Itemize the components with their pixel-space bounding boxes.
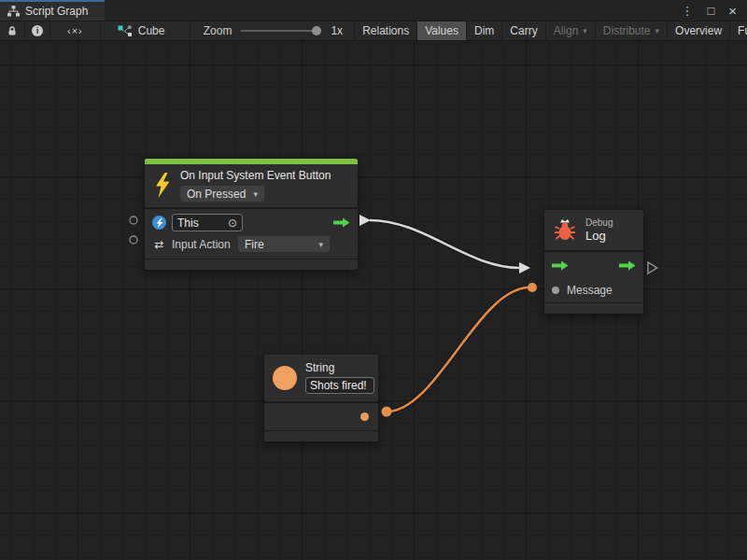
- close-icon[interactable]: ×: [728, 4, 737, 18]
- relations-button[interactable]: Relations: [355, 21, 417, 40]
- graph-owner-icon: [118, 25, 133, 37]
- graph-canvas[interactable]: On Input System Event Button On Pressed …: [0, 41, 747, 560]
- string-type-icon: [273, 366, 297, 390]
- event-node-header: On Input System Event Button On Pressed …: [145, 164, 358, 207]
- align-button[interactable]: Align ▾: [546, 21, 596, 40]
- graph-tab-icon: [7, 6, 20, 17]
- caret-down-icon: ▾: [253, 189, 258, 199]
- node-string-literal[interactable]: String: [264, 355, 378, 441]
- input-action-icon: ⇄: [152, 238, 166, 251]
- input-action-row: ⇄ Input Action Fire ▾: [152, 235, 350, 253]
- graph-owner-button[interactable]: Cube: [101, 21, 190, 40]
- node-footer: [145, 259, 358, 270]
- caret-down-icon: ▾: [655, 26, 660, 35]
- script-graph-window: Script Graph ⋮ □ × i ‹×›: [0, 0, 747, 560]
- maximize-icon[interactable]: □: [707, 5, 714, 17]
- value-wire-end-dot[interactable]: [528, 283, 537, 292]
- node-debug-log[interactable]: Debug Log Message: [544, 210, 643, 314]
- zoom-slider[interactable]: [241, 25, 321, 36]
- message-port-row: Message: [544, 280, 643, 301]
- lock-icon: [7, 25, 18, 36]
- title-bar: Script Graph ⋮ □ ×: [0, 0, 747, 21]
- overview-label: Overview: [675, 24, 722, 37]
- lightning-bolt-icon: [154, 173, 171, 198]
- relations-label: Relations: [362, 24, 409, 37]
- debug-node-header: Debug Log: [544, 210, 643, 250]
- tab-script-graph[interactable]: Script Graph: [0, 0, 105, 21]
- flow-output-port[interactable]: [333, 217, 350, 228]
- input-action-dropdown[interactable]: Fire ▾: [238, 236, 330, 252]
- debug-node-category: Debug: [585, 217, 613, 228]
- values-button[interactable]: Values: [417, 21, 467, 40]
- lock-button[interactable]: [0, 21, 25, 40]
- on-pressed-value: On Pressed: [187, 188, 246, 201]
- tab-title: Script Graph: [25, 5, 88, 18]
- graph-owner-label: Cube: [138, 24, 165, 37]
- info-icon: i: [32, 25, 43, 36]
- value-wire: [387, 287, 529, 412]
- code-icon: ‹×›: [67, 25, 83, 36]
- this-port-row: This ⊙: [152, 214, 350, 231]
- value-wire-shadow: [387, 287, 529, 412]
- string-output-port[interactable]: [360, 413, 369, 421]
- event-node-body: This ⊙ ⇄ Input Action Fire ▾: [145, 209, 358, 259]
- string-node-header: String: [264, 355, 378, 401]
- flow-wire-start-arrow[interactable]: [359, 215, 371, 226]
- input-action-label: Input Action: [172, 238, 231, 251]
- graph-toolbar: i ‹×› Cube Zoom 1x Relations Values Dim …: [0, 21, 747, 41]
- align-label: Align: [554, 24, 579, 37]
- distribute-button[interactable]: Distribute ▾: [596, 21, 668, 40]
- distribute-label: Distribute: [603, 24, 651, 37]
- window-controls: ⋮ □ ×: [681, 0, 747, 21]
- on-pressed-dropdown[interactable]: On Pressed ▾: [180, 186, 264, 202]
- code-view-button[interactable]: ‹×›: [50, 21, 101, 40]
- this-field-value: This: [177, 217, 199, 230]
- carry-label: Carry: [510, 24, 537, 37]
- overview-button[interactable]: Overview: [668, 21, 730, 40]
- flow-input-port[interactable]: [552, 258, 569, 274]
- zoom-label: Zoom: [204, 24, 233, 37]
- caret-down-icon: ▾: [583, 26, 587, 35]
- zoom-value: 1x: [331, 24, 343, 37]
- string-output-row: [264, 403, 378, 430]
- event-node-title: On Input System Event Button: [180, 169, 331, 182]
- node-on-input-system-event-button[interactable]: On Input System Event Button On Pressed …: [145, 159, 358, 270]
- bug-icon: [553, 218, 577, 242]
- node-footer: [264, 430, 378, 441]
- dim-button[interactable]: Dim: [467, 21, 502, 40]
- flow-output-port[interactable]: [619, 258, 636, 274]
- node-footer: [544, 302, 643, 314]
- event-trigger-port[interactable]: [130, 236, 137, 244]
- fullscreen-button[interactable]: Full Screen: [730, 21, 747, 40]
- flow-wire-shadow: [370, 220, 520, 268]
- string-node-title: String: [305, 361, 374, 374]
- debug-flow-out-port[interactable]: [648, 262, 657, 273]
- debug-flow-row: [544, 252, 643, 280]
- input-action-value: Fire: [245, 238, 264, 251]
- string-value-input[interactable]: [305, 377, 374, 394]
- object-picker-icon[interactable]: ⊙: [228, 217, 237, 230]
- fullscreen-label: Full Screen: [738, 24, 747, 37]
- this-field[interactable]: This ⊙: [172, 214, 243, 231]
- message-input-port[interactable]: [552, 287, 559, 294]
- zoom-slider-handle[interactable]: [312, 26, 321, 35]
- values-label: Values: [425, 24, 458, 37]
- flow-wire: [370, 220, 520, 268]
- event-trigger-port[interactable]: [130, 217, 137, 224]
- zoom-slider-track: [241, 30, 321, 32]
- flow-wire-end-arrow[interactable]: [519, 262, 530, 273]
- menu-kebab-icon[interactable]: ⋮: [681, 5, 693, 17]
- message-label: Message: [567, 284, 613, 297]
- zoom-control: Zoom 1x: [190, 21, 355, 40]
- gameobject-target-icon: [152, 216, 166, 230]
- value-wire-start-dot[interactable]: [382, 407, 392, 417]
- debug-node-title: Log: [585, 229, 613, 243]
- carry-button[interactable]: Carry: [502, 21, 545, 40]
- inspector-button[interactable]: i: [25, 21, 50, 40]
- dim-label: Dim: [474, 24, 494, 37]
- caret-down-icon: ▾: [318, 240, 323, 249]
